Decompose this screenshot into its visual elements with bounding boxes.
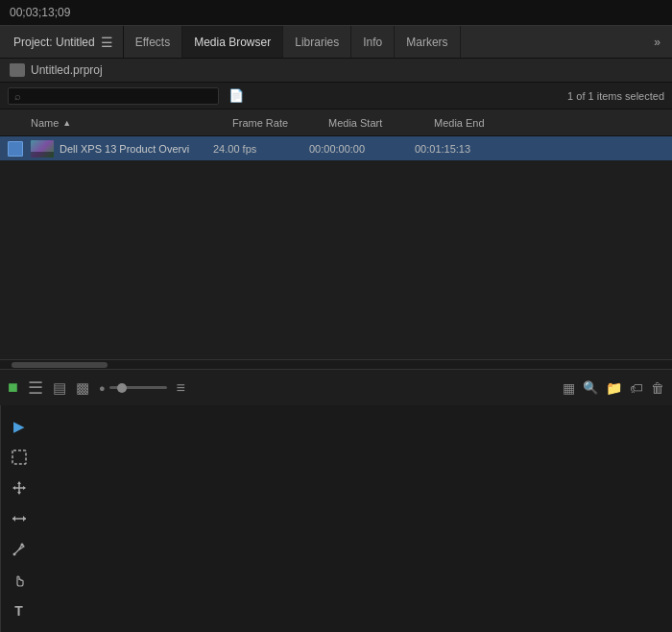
col-framerate-header[interactable]: Frame Rate: [232, 117, 328, 129]
delete-bottom-icon[interactable]: 🗑: [651, 380, 664, 396]
bottom-right-icons: ▦ 🔍 📁 🏷 🗑: [563, 380, 664, 396]
tab-info[interactable]: Info: [351, 26, 395, 58]
sort-arrow-icon: ▲: [62, 118, 71, 128]
label-bottom-icon[interactable]: 🏷: [630, 380, 643, 396]
tab-overflow-button[interactable]: »: [646, 36, 668, 49]
svg-point-2: [12, 553, 15, 556]
scrollbar-thumb[interactable]: [12, 362, 108, 368]
horizontal-scrollbar[interactable]: [0, 359, 672, 369]
tab-media-browser[interactable]: Media Browser: [182, 26, 283, 58]
tab-project[interactable]: Project: Untitled ☰: [4, 26, 124, 58]
pen-tool-icon[interactable]: [6, 536, 33, 563]
table-row[interactable]: Dell XPS 13 Product Overvi 24.00 fps 00:…: [0, 136, 672, 161]
project-header: Untitled.prproj: [0, 59, 672, 83]
table-container: Name ▲ Frame Rate Media Start Media End: [0, 109, 672, 359]
items-selected-label: 1 of 1 items selected: [567, 90, 664, 102]
search-box[interactable]: ⌕: [8, 87, 219, 105]
grid-view-icon[interactable]: ▦: [563, 380, 575, 396]
move-tool-icon[interactable]: [6, 474, 33, 501]
search-row: ⌕ 📄 1 of 1 items selected: [0, 83, 672, 109]
search-bottom-icon[interactable]: 🔍: [583, 380, 598, 395]
row-name: Dell XPS 13 Product Overvi: [60, 143, 213, 155]
icon-view-icon[interactable]: ▤: [53, 379, 66, 397]
tab-libraries-label: Libraries: [295, 36, 339, 49]
zoom-min-icon: ●: [99, 382, 106, 394]
bottom-toolbar: ■ ☰ ▤ ▩ ● ≡ ▦ 🔍 📁 🏷 🗑: [0, 369, 672, 405]
tab-media-browser-label: Media Browser: [194, 36, 271, 49]
right-sidebar: ▶: [0, 405, 36, 632]
zoom-slider[interactable]: ●: [99, 382, 167, 394]
folder-bottom-icon[interactable]: 📁: [606, 380, 622, 396]
tab-bar: Project: Untitled ☰ Effects Media Browse…: [0, 26, 672, 59]
search-input[interactable]: [25, 90, 212, 102]
row-mediastart: 00:00:00:00: [309, 143, 415, 155]
hand-tool-icon[interactable]: [6, 567, 33, 594]
row-checkbox[interactable]: [8, 141, 23, 157]
zoom-track[interactable]: [109, 386, 167, 389]
panel-menu-icon[interactable]: ☰: [101, 35, 113, 50]
tab-effects[interactable]: Effects: [124, 26, 182, 58]
zoom-thumb[interactable]: [117, 383, 127, 393]
svg-point-1: [20, 544, 23, 547]
tab-info-label: Info: [363, 36, 382, 49]
sort-options-icon[interactable]: ≡: [177, 379, 185, 397]
col-name-header[interactable]: Name ▲: [31, 117, 232, 129]
selection-tool-icon[interactable]: [6, 444, 33, 471]
timecode-bar: 00;03;13;09: [0, 0, 672, 26]
trim-tool-icon[interactable]: [6, 505, 33, 532]
tab-project-label: Project: Untitled: [13, 36, 95, 49]
svg-rect-0: [12, 450, 26, 464]
list-view-icon[interactable]: ☰: [28, 377, 43, 399]
project-folder-icon: [10, 63, 25, 77]
tab-markers[interactable]: Markers: [395, 26, 460, 58]
project-filename: Untitled.prproj: [31, 63, 103, 77]
tab-markers-label: Markers: [406, 36, 447, 49]
table-header: Name ▲ Frame Rate Media Start Media End: [0, 109, 672, 136]
row-framerate: 24.00 fps: [213, 143, 309, 155]
new-bin-icon[interactable]: ■: [8, 377, 18, 398]
select-tool-icon[interactable]: ▶: [6, 413, 33, 440]
table-scroll-area: Dell XPS 13 Product Overvi 24.00 fps 00:…: [0, 136, 672, 334]
row-mediaend: 00:01:15:13: [415, 143, 520, 155]
tab-effects-label: Effects: [135, 36, 170, 49]
col-mediastart-header[interactable]: Media Start: [328, 117, 434, 129]
search-magnifier-icon: ⌕: [14, 90, 21, 102]
tab-libraries[interactable]: Libraries: [283, 26, 351, 58]
new-item-icon[interactable]: 📄: [225, 86, 248, 105]
row-thumbnail: [31, 140, 54, 158]
timecode-value: 00;03;13;09: [10, 6, 70, 19]
freeform-view-icon[interactable]: ▩: [76, 379, 89, 397]
col-mediaend-header[interactable]: Media End: [434, 117, 540, 129]
type-tool-icon[interactable]: T: [6, 597, 33, 624]
